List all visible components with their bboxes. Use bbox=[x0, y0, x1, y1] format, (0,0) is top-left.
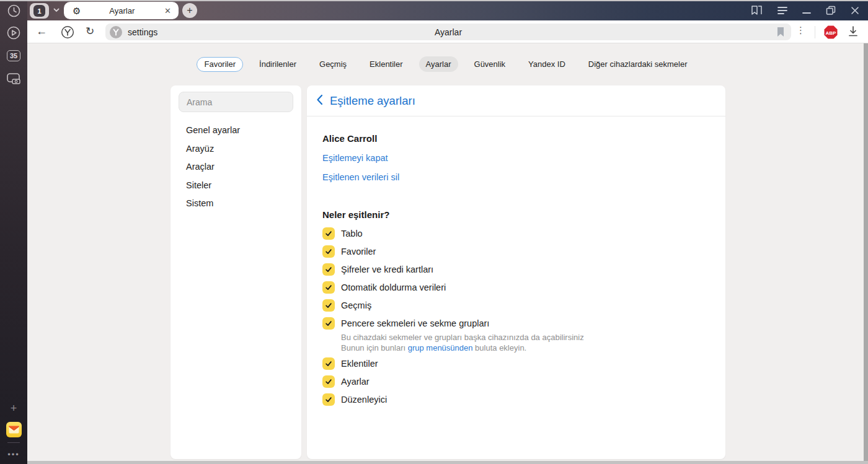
history-icon[interactable] bbox=[0, 4, 27, 17]
sync-item-label: Otomatik doldurma verileri bbox=[341, 281, 446, 294]
note-line2-before: Bunun için bunları bbox=[341, 343, 408, 352]
reload-button[interactable]: ↻ bbox=[86, 25, 94, 38]
mail-envelope-icon bbox=[6, 422, 22, 437]
screencast-icon[interactable] bbox=[0, 72, 27, 85]
sync-item-row: Şifreler ve kredi kartları bbox=[322, 263, 725, 276]
window-controls bbox=[751, 0, 868, 20]
checkbox-checked-icon[interactable] bbox=[322, 263, 335, 276]
yandex-protect-icon[interactable] bbox=[61, 25, 74, 42]
bookmark-flag-icon[interactable] bbox=[776, 27, 785, 40]
tab-count-label: 35 bbox=[7, 50, 20, 61]
checkbox-checked-icon[interactable] bbox=[322, 281, 335, 294]
adblock-badge[interactable]: ABP bbox=[823, 25, 838, 42]
settings-top-nav: Favoriler İndirilenler Geçmiş Eklentiler… bbox=[27, 56, 864, 72]
active-tab[interactable]: ⚙ Ayarlar ✕ bbox=[64, 2, 179, 19]
settings-panels: Genel ayarlar Arayüz Araçlar Siteler Sis… bbox=[170, 85, 725, 459]
sync-item-label: Ayarlar bbox=[341, 375, 370, 388]
nav-tab-favoriler[interactable]: Favoriler bbox=[197, 57, 243, 72]
sync-header: Eşitleme ayarları bbox=[307, 85, 725, 116]
sync-item-label: Eklentiler bbox=[341, 357, 378, 370]
tab-counter-button[interactable]: 1 bbox=[30, 3, 49, 19]
minimize-icon[interactable] bbox=[802, 6, 811, 15]
page-content: Favoriler İndirilenler Geçmiş Eklentiler… bbox=[27, 43, 868, 464]
side-rail: 35 + ••• bbox=[0, 0, 27, 464]
sync-item-label: Geçmiş bbox=[341, 299, 371, 312]
settings-section-araclar[interactable]: Araçlar bbox=[186, 162, 301, 172]
sync-item-note: Bu cihazdaki sekmeler ve grupları başka … bbox=[341, 332, 725, 353]
checkbox-checked-icon[interactable] bbox=[322, 393, 335, 406]
tab-count-badge[interactable]: 35 bbox=[0, 50, 27, 61]
sync-item-row: Eklentiler bbox=[322, 357, 725, 370]
back-chevron-icon[interactable] bbox=[316, 94, 323, 108]
tabs-chevron-down-icon[interactable] bbox=[52, 6, 61, 17]
search-input[interactable] bbox=[179, 92, 293, 112]
settings-section-sistem[interactable]: Sistem bbox=[186, 198, 301, 208]
toolbar: ← ↻ settings Ayarlar ⋮ ABP bbox=[27, 20, 868, 43]
sync-item-label: Düzenleyici bbox=[341, 393, 387, 406]
nav-tab-yandex-id[interactable]: Yandex ID bbox=[521, 56, 572, 72]
svg-text:ABP: ABP bbox=[826, 30, 837, 36]
sync-item-row: Otomatik doldurma verileri bbox=[322, 281, 725, 294]
sync-item-label: Şifreler ve kredi kartları bbox=[341, 263, 433, 276]
tab-close-icon[interactable]: ✕ bbox=[163, 6, 172, 15]
sync-item-row: Tablo bbox=[322, 227, 725, 240]
vertical-scrollbar[interactable] bbox=[864, 43, 868, 461]
yandex-mail-icon[interactable] bbox=[0, 422, 27, 437]
sync-body: Alice Carroll Eşitlemeyi kapat Eşitlenen… bbox=[307, 133, 725, 406]
settings-nav-panel: Genel ayarlar Arayüz Araçlar Siteler Sis… bbox=[170, 85, 301, 459]
tab-counter-value: 1 bbox=[33, 5, 45, 17]
omnibox-page-title: Ayarlar bbox=[105, 27, 791, 37]
note-line2-after: buluta ekleyin. bbox=[473, 343, 527, 352]
checkbox-checked-icon[interactable] bbox=[322, 227, 335, 240]
play-icon[interactable] bbox=[0, 26, 27, 40]
checkbox-checked-icon[interactable] bbox=[322, 245, 335, 258]
rail-divider bbox=[7, 442, 20, 443]
checkbox-checked-icon[interactable] bbox=[322, 299, 335, 312]
checkbox-checked-icon[interactable] bbox=[322, 357, 335, 370]
window-top-edge bbox=[0, 0, 868, 1]
back-button[interactable]: ← bbox=[36, 25, 47, 38]
sync-item-row: Favoriler bbox=[322, 245, 725, 258]
restore-icon[interactable] bbox=[826, 6, 836, 15]
account-name: Alice Carroll bbox=[322, 133, 725, 144]
sync-settings-panel: Eşitleme ayarları Alice Carroll Eşitleme… bbox=[307, 85, 725, 459]
sync-item-row: Düzenleyici bbox=[322, 393, 725, 406]
settings-gear-icon: ⚙ bbox=[73, 6, 81, 15]
checkbox-checked-icon[interactable] bbox=[322, 317, 335, 330]
group-menu-link[interactable]: grup menüsünden bbox=[408, 343, 473, 352]
sync-item-label: Pencere sekmeleri ve sekme grupları bbox=[341, 317, 489, 330]
nav-tab-diger-cihazlar[interactable]: Diğer cihazlardaki sekmeler bbox=[582, 56, 694, 72]
horizontal-scrollbar[interactable] bbox=[27, 461, 868, 464]
sync-item-row: Ayarlar bbox=[322, 375, 725, 388]
address-bar[interactable]: settings Ayarlar bbox=[105, 24, 791, 40]
sync-item-label: Favoriler bbox=[341, 245, 376, 258]
new-tab-button[interactable]: + bbox=[182, 3, 197, 18]
sync-item-row: Pencere sekmeleri ve sekme grupları bbox=[322, 317, 725, 330]
delete-synced-data-link[interactable]: Eşitlenen verileri sil bbox=[322, 172, 399, 182]
sync-item-row: Geçmiş bbox=[322, 299, 725, 312]
tab-title: Ayarlar bbox=[81, 6, 163, 15]
note-line1: Bu cihazdaki sekmeler ve grupları başka … bbox=[341, 333, 584, 342]
nav-tab-eklentiler[interactable]: Eklentiler bbox=[363, 56, 409, 72]
settings-section-arayuz[interactable]: Arayüz bbox=[186, 144, 301, 154]
nav-tab-gecmis[interactable]: Geçmiş bbox=[312, 56, 353, 72]
toolbar-divider bbox=[815, 26, 815, 38]
toolbar-menu-dots-icon[interactable]: ⋮ bbox=[796, 25, 806, 36]
menu-icon[interactable] bbox=[777, 6, 787, 15]
nav-tab-guvenlik[interactable]: Güvenlik bbox=[467, 56, 513, 72]
disable-sync-link[interactable]: Eşitlemeyi kapat bbox=[322, 153, 388, 163]
download-icon[interactable] bbox=[848, 25, 859, 40]
settings-section-siteler[interactable]: Siteler bbox=[186, 180, 301, 190]
nav-tab-indirilenler[interactable]: İndirilenler bbox=[252, 56, 303, 72]
sync-page-title[interactable]: Eşitleme ayarları bbox=[330, 94, 415, 108]
add-panel-icon[interactable]: + bbox=[0, 402, 27, 415]
sync-item-label: Tablo bbox=[341, 227, 363, 240]
checkbox-checked-icon[interactable] bbox=[322, 375, 335, 388]
settings-section-genel-ayarlar[interactable]: Genel ayarlar bbox=[186, 125, 301, 135]
bookmarks-panel-icon[interactable] bbox=[751, 5, 763, 16]
more-options-icon[interactable]: ••• bbox=[0, 450, 27, 459]
browser-window: 35 + ••• 1 ⚙ Ayarlar ✕ + bbox=[0, 0, 868, 464]
sync-section-title: Neler eşitlenir? bbox=[322, 209, 725, 220]
nav-tab-ayarlar[interactable]: Ayarlar bbox=[419, 56, 458, 72]
close-window-icon[interactable] bbox=[851, 6, 859, 15]
